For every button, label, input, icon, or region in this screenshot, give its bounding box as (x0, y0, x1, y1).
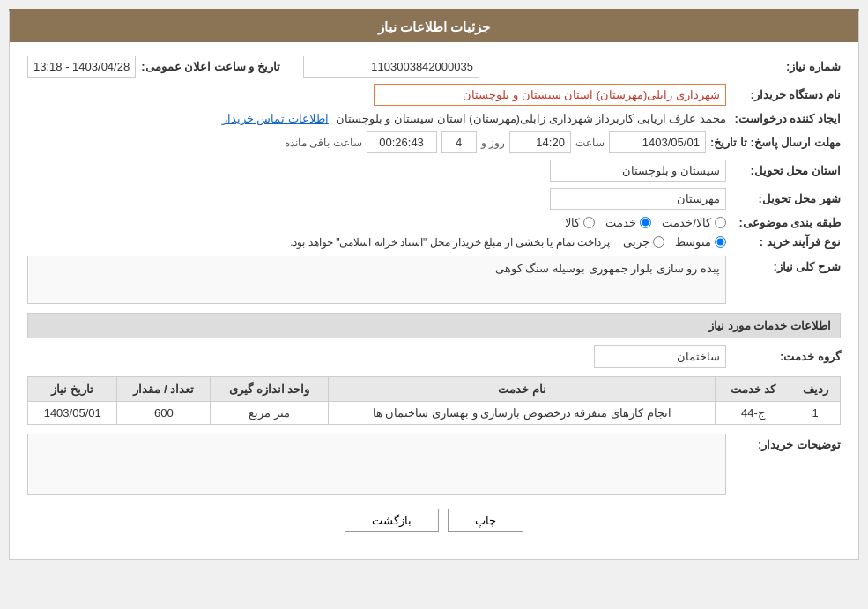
radio-kala-khadamat[interactable] (715, 217, 726, 228)
action-buttons: چاپ بازگشت (27, 509, 841, 532)
service-group-value: ساختمان (594, 345, 726, 368)
table-row: 1ج-44انجام کارهای متفرقه درخصوص بازسازی … (28, 402, 841, 425)
category-label: طبقه بندی موضوعی: (726, 216, 841, 229)
announce-value: 1403/04/28 - 13:18 (27, 56, 136, 78)
radio-khadamat[interactable] (640, 217, 651, 228)
description-value: پبده رو سازی بلوار جمهوری بوسیله سنگ کوه… (27, 256, 726, 304)
buyer-org-value: شهرداری زابلی(مهرستان) استان سیستان و بل… (374, 84, 726, 106)
col-quantity: تعداد / مقدار (117, 377, 211, 402)
process-label: نوع فرآیند خرید : (726, 235, 841, 249)
service-group-label: گروه خدمت: (726, 350, 841, 363)
deadline-date: 1403/05/01 (609, 131, 706, 153)
category-option-khadamat: خدمت (605, 216, 651, 229)
service-table: ردیف کد خدمت نام خدمت واحد اندازه گیری ت… (27, 376, 841, 425)
services-section-title: اطلاعات خدمات مورد نیاز (27, 313, 841, 338)
category-option-kala: کالا (565, 216, 595, 229)
radio-jozi[interactable] (653, 236, 664, 248)
col-unit: واحد اندازه گیری (211, 377, 329, 402)
deadline-days-label: روز و (481, 137, 505, 149)
description-label: شرح کلی نیاز: (726, 256, 841, 273)
delivery-province-value: سیستان و بلوچستان (550, 160, 726, 182)
deadline-days: 4 (441, 131, 477, 153)
delivery-province-label: استان محل تحویل: (726, 164, 841, 177)
buyer-description-value (27, 434, 726, 495)
col-row: ردیف (790, 377, 841, 402)
col-code: کد خدمت (716, 377, 790, 402)
announce-label: تاریخ و ساعت اعلان عمومی: (141, 60, 280, 73)
back-button[interactable]: بازگشت (345, 509, 439, 532)
print-button[interactable]: چاپ (448, 509, 523, 532)
process-option-motavasset: متوسط (675, 235, 726, 249)
request-number-label: شماره نیاز: (726, 60, 841, 73)
process-option-jozi: جزیی (623, 235, 664, 249)
buyer-org-label: نام دستگاه خریدار: (726, 88, 841, 101)
page-title: جزئیات اطلاعات نیاز (10, 12, 858, 42)
deadline-remaining: 00:26:43 (367, 131, 437, 153)
deadline-time: 14:20 (509, 131, 571, 153)
delivery-city-label: شهر محل تحویل: (726, 192, 841, 205)
col-name: نام خدمت (329, 377, 716, 402)
deadline-time-label: ساعت (575, 137, 605, 149)
deadline-remaining-label: ساعت باقی مانده (285, 137, 362, 149)
creator-label: ایجاد کننده درخواست: (726, 112, 841, 125)
process-note: پرداخت تمام یا بخشی از مبلغ خریداز محل "… (290, 236, 610, 249)
radio-kala[interactable] (583, 217, 595, 228)
radio-motavasset[interactable] (715, 236, 726, 248)
deadline-label: مهلت ارسال پاسخ: تا تاریخ: (706, 136, 841, 149)
creator-value: محمد عارف اریابی کاربرداز شهرداری زابلی(… (336, 112, 726, 125)
buyer-description-label: توضیحات خریدار: (726, 434, 841, 451)
category-option-kala-khadamat: کالا/خدمت (662, 216, 726, 229)
contact-link[interactable]: اطلاعات تماس خریدار (222, 112, 329, 125)
delivery-city-value: مهرستان (550, 188, 726, 210)
request-number-value: 1103003842000035 (303, 56, 479, 78)
col-date: تاریخ نیاز (28, 377, 117, 402)
